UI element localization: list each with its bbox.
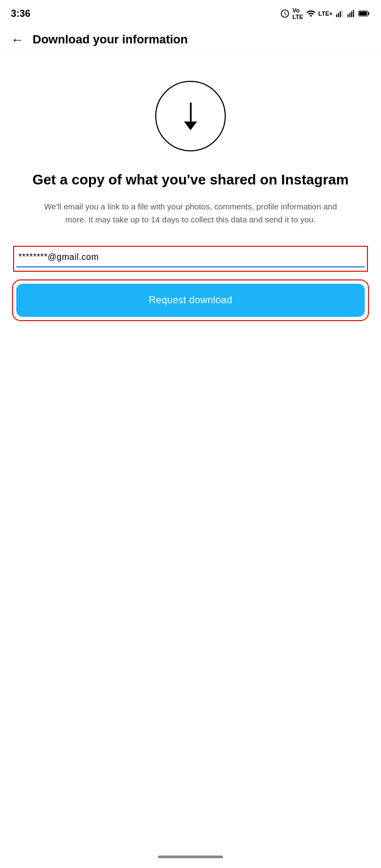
- svg-rect-0: [336, 14, 337, 17]
- svg-rect-3: [341, 10, 342, 17]
- lte-icon: LTE+: [319, 10, 333, 17]
- svg-rect-6: [351, 11, 352, 17]
- vo-lte-icon: VoLTE: [293, 7, 303, 20]
- email-field-wrapper: [16, 248, 365, 267]
- back-button[interactable]: ←: [11, 33, 24, 46]
- main-headline: Get a copy of what you've shared on Inst…: [33, 171, 349, 189]
- request-download-button[interactable]: Request download: [16, 284, 365, 317]
- signal2-icon: [347, 9, 355, 18]
- svg-rect-7: [353, 10, 354, 17]
- header: ← Download your information: [0, 26, 381, 54]
- svg-rect-5: [350, 13, 351, 17]
- alarm-icon: [280, 9, 290, 18]
- battery-icon: [358, 9, 370, 18]
- wifi-icon: [306, 9, 316, 18]
- svg-rect-1: [338, 13, 339, 17]
- main-content: Get a copy of what you've shared on Inst…: [0, 54, 381, 333]
- status-time: 3:36: [11, 8, 30, 20]
- svg-rect-10: [359, 11, 367, 15]
- download-icon-circle: [155, 81, 226, 151]
- download-arrow-icon: [184, 103, 197, 130]
- signal1-icon: [335, 9, 344, 18]
- page-title: Download your information: [33, 33, 188, 47]
- status-bar: 3:36 VoLTE LTE+: [0, 0, 381, 26]
- status-icons: VoLTE LTE+: [280, 7, 370, 20]
- svg-rect-2: [340, 11, 341, 17]
- svg-rect-4: [347, 14, 348, 17]
- request-btn-wrapper: Request download: [16, 284, 365, 317]
- main-subtext: We'll email you a link to a file with yo…: [33, 200, 348, 226]
- email-input[interactable]: [16, 248, 365, 267]
- bottom-home-bar: [158, 856, 223, 858]
- arrow-head: [184, 122, 197, 130]
- arrow-shaft: [190, 103, 192, 122]
- svg-rect-9: [368, 12, 369, 15]
